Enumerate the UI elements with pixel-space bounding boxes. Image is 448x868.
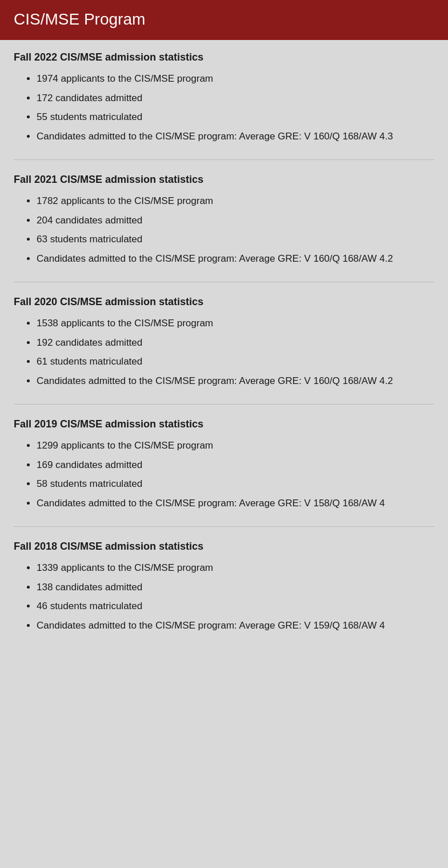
- section-list-fall2018: 1339 applicants to the CIS/MSE program13…: [14, 561, 434, 633]
- list-item: 192 candidates admitted: [37, 335, 434, 350]
- section-title-fall2020: Fall 2020 CIS/MSE admission statistics: [14, 296, 434, 308]
- list-item: 1782 applicants to the CIS/MSE program: [37, 194, 434, 209]
- section-list-fall2020: 1538 applicants to the CIS/MSE program19…: [14, 316, 434, 388]
- section-divider: [14, 526, 434, 527]
- header: CIS/MSE Program: [0, 0, 448, 40]
- list-item: 1538 applicants to the CIS/MSE program: [37, 316, 434, 331]
- list-item: 63 students matriculated: [37, 232, 434, 247]
- list-item: 204 candidates admitted: [37, 213, 434, 228]
- list-item: Candidates admitted to the CIS/MSE progr…: [37, 618, 434, 633]
- section-fall2021: Fall 2021 CIS/MSE admission statistics17…: [14, 174, 434, 266]
- list-item: Candidates admitted to the CIS/MSE progr…: [37, 374, 434, 389]
- list-item: 46 students matriculated: [37, 599, 434, 614]
- list-item: 1339 applicants to the CIS/MSE program: [37, 561, 434, 575]
- content-area: Fall 2022 CIS/MSE admission statistics19…: [0, 40, 448, 666]
- list-item: Candidates admitted to the CIS/MSE progr…: [37, 496, 434, 511]
- section-list-fall2021: 1782 applicants to the CIS/MSE program20…: [14, 194, 434, 266]
- list-item: Candidates admitted to the CIS/MSE progr…: [37, 129, 434, 144]
- section-title-fall2021: Fall 2021 CIS/MSE admission statistics: [14, 174, 434, 186]
- section-list-fall2019: 1299 applicants to the CIS/MSE program16…: [14, 438, 434, 510]
- section-title-fall2018: Fall 2018 CIS/MSE admission statistics: [14, 541, 434, 553]
- section-fall2020: Fall 2020 CIS/MSE admission statistics15…: [14, 296, 434, 388]
- list-item: 61 students matriculated: [37, 354, 434, 369]
- list-item: 58 students matriculated: [37, 477, 434, 491]
- section-fall2022: Fall 2022 CIS/MSE admission statistics19…: [14, 51, 434, 143]
- section-title-fall2022: Fall 2022 CIS/MSE admission statistics: [14, 51, 434, 63]
- section-divider: [14, 404, 434, 405]
- section-fall2018: Fall 2018 CIS/MSE admission statistics13…: [14, 541, 434, 633]
- section-divider: [14, 282, 434, 282]
- list-item: 1974 applicants to the CIS/MSE program: [37, 71, 434, 86]
- list-item: 1299 applicants to the CIS/MSE program: [37, 438, 434, 453]
- section-list-fall2022: 1974 applicants to the CIS/MSE program17…: [14, 71, 434, 143]
- section-fall2019: Fall 2019 CIS/MSE admission statistics12…: [14, 418, 434, 510]
- section-title-fall2019: Fall 2019 CIS/MSE admission statistics: [14, 418, 434, 430]
- list-item: 138 candidates admitted: [37, 580, 434, 595]
- section-divider: [14, 159, 434, 160]
- list-item: 172 candidates admitted: [37, 91, 434, 106]
- page-title: CIS/MSE Program: [14, 10, 434, 29]
- list-item: 169 candidates admitted: [37, 458, 434, 473]
- list-item: Candidates admitted to the CIS/MSE progr…: [37, 251, 434, 266]
- list-item: 55 students matriculated: [37, 110, 434, 125]
